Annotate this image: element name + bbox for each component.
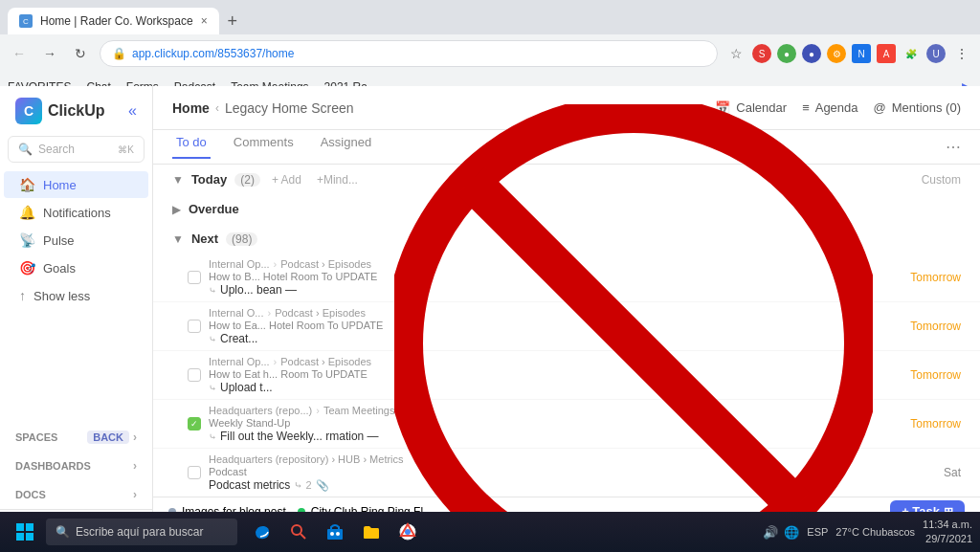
ext-icon-7[interactable]: 🧩	[902, 44, 921, 63]
calendar-icon: 📅	[715, 100, 730, 115]
show-less-icon: ↑	[19, 288, 26, 303]
ext-icon-6[interactable]: A	[877, 44, 896, 63]
refresh-btn[interactable]: ↻	[69, 42, 92, 65]
sidebar-spaces-section[interactable]: SPACES Back ›	[0, 423, 152, 452]
sidebar-item-home[interactable]: 🏠 Home	[4, 171, 148, 198]
task-info-1: Internal Op... › Podcast › Episodes How …	[209, 258, 902, 297]
task-name-4: ⤷ Fill out the Weekly... rmation —	[209, 430, 902, 443]
spaces-back-badge[interactable]: Back	[87, 431, 129, 444]
taskbar-search[interactable]: 🔍 Escribe aquí para buscar	[46, 519, 237, 545]
next-title: Next	[191, 232, 218, 246]
today-add-btn[interactable]: + Add	[272, 173, 301, 187]
task-name-5: Podcast metrics ⤷ 2 📎	[209, 478, 936, 492]
ext-icon-3[interactable]: ●	[802, 44, 821, 63]
new-tab-btn[interactable]: +	[219, 8, 246, 34]
menu-btn[interactable]: ⋮	[951, 43, 972, 64]
task-checkbox-4[interactable]: ✓	[188, 417, 201, 431]
breadcrumb-link[interactable]: Legacy Home Screen	[225, 100, 354, 116]
task-row[interactable]: Internal Op... › Podcast › Episodes How …	[153, 351, 980, 400]
language-indicator: ESP	[807, 526, 828, 538]
task-info-3: Internal Op... › Podcast › Episodes How …	[209, 356, 902, 394]
task-checkbox-5[interactable]	[188, 466, 201, 479]
bookmark-star-icon[interactable]: ☆	[725, 43, 746, 64]
ext-icon-4[interactable]: ⚙	[827, 44, 846, 63]
svg-point-10	[336, 532, 340, 536]
today-mindmap: +Mind...	[317, 173, 358, 187]
taskbar-app-folder[interactable]	[354, 515, 389, 549]
task-parent-4: Weekly Stand-Up	[209, 417, 902, 429]
tab-more-btn[interactable]: ⋯	[946, 138, 961, 156]
next-section-header[interactable]: ▼ Next (98)	[153, 224, 980, 254]
main-header: Home ‹ Legacy Home Screen 📅 Calendar ≡ A…	[153, 86, 980, 130]
task-checkbox-2[interactable]	[188, 320, 201, 333]
taskbar-app-edge[interactable]	[245, 515, 279, 549]
ext-icon-1[interactable]: S	[752, 44, 771, 63]
goals-icon: 🎯	[19, 260, 35, 276]
task-name-2: ⤷ Creat...	[209, 332, 902, 345]
sidebar-item-goals-label: Goals	[43, 261, 76, 276]
sidebar-item-show-less-label: Show less	[33, 289, 90, 303]
task-row[interactable]: ✓ Headquarters (repo...) › Team Meetings…	[153, 400, 980, 449]
clickup-logo[interactable]: C ClickUp	[15, 98, 105, 124]
today-section-header[interactable]: ▼ Today (2) + Add +Mind... Custom	[153, 165, 980, 194]
svg-rect-2	[16, 523, 24, 531]
browser-actions: ☆ S ● ● ⚙ N A 🧩 U ⋮	[725, 43, 972, 64]
task-date-5: Sat	[944, 466, 961, 479]
task-row[interactable]: Internal Op... › Podcast › Episodes How …	[153, 254, 980, 302]
overdue-section-header[interactable]: ▶ Overdue	[153, 194, 980, 224]
task-row[interactable]: Internal O... › Podcast › Episodes How t…	[153, 302, 980, 351]
content-area: ▼ Today (2) + Add +Mind... Custom ▶ Over…	[153, 165, 980, 552]
task-checkbox-3[interactable]	[188, 368, 201, 382]
volume-icon[interactable]: 🔊	[763, 525, 778, 540]
network-icon[interactable]: 🌐	[784, 525, 799, 540]
user-avatar-browser[interactable]: U	[926, 44, 946, 63]
sidebar-item-show-less[interactable]: ↑ Show less	[4, 282, 148, 309]
pulse-icon: 📡	[19, 232, 35, 248]
task-path-4: Headquarters (repo...) › Team Meetings	[209, 405, 902, 416]
notifications-icon: 🔔	[19, 205, 35, 220]
task-row[interactable]: Headquarters (repository) › HUB › Metric…	[153, 449, 980, 497]
tab-assigned[interactable]: Assigned	[317, 135, 375, 159]
sidebar-item-notifications[interactable]: 🔔 Notifications	[4, 199, 148, 226]
agenda-label: Agenda	[815, 100, 858, 115]
svg-rect-8	[327, 529, 343, 540]
task-name-1: ⤷ Uplo... bean —	[209, 283, 902, 297]
task-parent-1: How to B... Hotel Room To UPDATE	[209, 271, 902, 282]
sidebar-dashboards-section[interactable]: DASHBOARDS ›	[0, 452, 152, 480]
tab-close-btn[interactable]: ×	[201, 14, 208, 28]
tab-todo[interactable]: To do	[172, 135, 211, 159]
mentions-action[interactable]: @ Mentions (0)	[874, 100, 961, 115]
task-path-1: Internal Op... › Podcast › Episodes	[209, 258, 902, 270]
weather-info: 27°C Chubascos	[835, 526, 915, 538]
sidebar-search[interactable]: 🔍 Search ⌘K	[8, 136, 145, 163]
taskbar-app-store[interactable]	[318, 515, 352, 549]
today-custom[interactable]: Custom	[922, 173, 961, 187]
sidebar-collapse-btn[interactable]: «	[128, 102, 137, 120]
task-parent-2: How to Ea... Hotel Room To UPDATE	[209, 320, 902, 331]
start-button[interactable]	[8, 515, 42, 549]
browser-tab[interactable]: C Home | Rader Co. Workspace ×	[8, 8, 219, 34]
tab-favicon: C	[19, 14, 33, 28]
task-checkbox-1[interactable]	[188, 271, 201, 284]
calendar-action[interactable]: 📅 Calendar	[715, 100, 787, 115]
agenda-action[interactable]: ≡ Agenda	[802, 100, 858, 115]
taskbar-clock: 11:34 a.m. 29/7/2021	[923, 518, 972, 547]
ext-icon-5[interactable]: N	[852, 44, 871, 63]
sidebar-item-goals[interactable]: 🎯 Goals	[4, 254, 148, 281]
forward-btn[interactable]: →	[38, 42, 61, 65]
taskbar-app-search[interactable]	[281, 515, 316, 549]
sidebar-nav: 🏠 Home 🔔 Notifications 📡 Pulse 🎯 Goals ↑…	[0, 170, 152, 423]
taskbar-app-chrome[interactable]	[390, 515, 425, 549]
task-parent-3: How to Eat h... Room To UPDATE	[209, 368, 902, 380]
ext-icon-2[interactable]: ●	[777, 44, 796, 63]
task-date-1: Tomorrow	[910, 271, 961, 284]
next-count: (98)	[226, 232, 257, 246]
address-bar[interactable]: 🔒 app.clickup.com/8553637/home	[100, 40, 718, 67]
lock-icon: 🔒	[112, 47, 126, 60]
tab-comments[interactable]: Comments	[230, 135, 298, 159]
sidebar-docs-section[interactable]: DOCS ›	[0, 480, 152, 509]
task-date-2: Tomorrow	[910, 320, 961, 333]
breadcrumb: Home ‹ Legacy Home Screen	[172, 100, 354, 116]
back-btn[interactable]: ←	[8, 42, 31, 65]
sidebar-item-pulse[interactable]: 📡 Pulse	[4, 227, 148, 254]
